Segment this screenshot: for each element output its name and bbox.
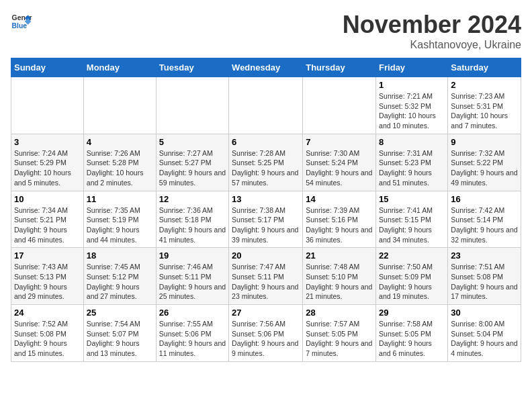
page-header: General Blue November 2024 Kashtanovoye,… <box>11 11 521 51</box>
location-subtitle: Kashtanovoye, Ukraine <box>343 39 521 51</box>
day-info: Sunrise: 7:30 AM Sunset: 5:24 PM Dayligh… <box>306 148 373 188</box>
weekday-header-tuesday: Tuesday <box>156 58 228 77</box>
day-info: Sunrise: 7:45 AM Sunset: 5:12 PM Dayligh… <box>87 262 153 302</box>
calendar-cell: 18Sunrise: 7:45 AM Sunset: 5:12 PM Dayli… <box>83 248 156 305</box>
day-number: 9 <box>451 137 518 147</box>
day-number: 7 <box>306 137 373 147</box>
calendar-cell: 19Sunrise: 7:46 AM Sunset: 5:11 PM Dayli… <box>156 248 228 305</box>
logo: General Blue <box>11 11 32 32</box>
calendar-week-4: 17Sunrise: 7:43 AM Sunset: 5:13 PM Dayli… <box>11 248 521 305</box>
title-block: November 2024 Kashtanovoye, Ukraine <box>343 11 521 51</box>
calendar-cell: 3Sunrise: 7:24 AM Sunset: 5:29 PM Daylig… <box>11 134 84 191</box>
day-number: 25 <box>87 308 153 318</box>
day-info: Sunrise: 7:31 AM Sunset: 5:23 PM Dayligh… <box>379 148 445 188</box>
day-number: 11 <box>87 194 153 204</box>
day-number: 17 <box>14 250 81 261</box>
day-number: 13 <box>232 194 300 204</box>
day-info: Sunrise: 7:55 AM Sunset: 5:06 PM Dayligh… <box>159 319 226 359</box>
calendar-cell: 13Sunrise: 7:38 AM Sunset: 5:17 PM Dayli… <box>229 191 303 248</box>
calendar-cell <box>83 77 156 134</box>
weekday-header-thursday: Thursday <box>303 58 376 77</box>
calendar-cell: 21Sunrise: 7:48 AM Sunset: 5:10 PM Dayli… <box>303 248 376 305</box>
calendar-cell: 15Sunrise: 7:41 AM Sunset: 5:15 PM Dayli… <box>376 191 448 248</box>
day-info: Sunrise: 7:35 AM Sunset: 5:19 PM Dayligh… <box>87 205 153 245</box>
day-info: Sunrise: 8:00 AM Sunset: 5:04 PM Dayligh… <box>451 319 518 359</box>
calendar-cell: 28Sunrise: 7:57 AM Sunset: 5:05 PM Dayli… <box>303 305 376 362</box>
day-info: Sunrise: 7:57 AM Sunset: 5:05 PM Dayligh… <box>306 319 373 359</box>
day-number: 1 <box>379 80 445 90</box>
day-number: 16 <box>451 194 518 204</box>
day-info: Sunrise: 7:42 AM Sunset: 5:14 PM Dayligh… <box>451 205 518 245</box>
day-info: Sunrise: 7:50 AM Sunset: 5:09 PM Dayligh… <box>379 262 445 302</box>
day-info: Sunrise: 7:47 AM Sunset: 5:11 PM Dayligh… <box>232 262 300 302</box>
calendar-cell: 23Sunrise: 7:51 AM Sunset: 5:08 PM Dayli… <box>448 248 521 305</box>
day-number: 6 <box>232 137 300 147</box>
day-info: Sunrise: 7:54 AM Sunset: 5:07 PM Dayligh… <box>87 319 153 359</box>
weekday-header-monday: Monday <box>83 58 156 77</box>
calendar-cell: 6Sunrise: 7:28 AM Sunset: 5:25 PM Daylig… <box>229 134 303 191</box>
day-info: Sunrise: 7:41 AM Sunset: 5:15 PM Dayligh… <box>379 205 445 245</box>
day-info: Sunrise: 7:56 AM Sunset: 5:06 PM Dayligh… <box>232 319 300 359</box>
day-info: Sunrise: 7:46 AM Sunset: 5:11 PM Dayligh… <box>159 262 226 302</box>
day-info: Sunrise: 7:38 AM Sunset: 5:17 PM Dayligh… <box>232 205 300 245</box>
calendar-cell: 22Sunrise: 7:50 AM Sunset: 5:09 PM Dayli… <box>376 248 448 305</box>
month-title: November 2024 <box>343 11 521 39</box>
weekday-header-wednesday: Wednesday <box>229 58 303 77</box>
day-info: Sunrise: 7:51 AM Sunset: 5:08 PM Dayligh… <box>451 262 518 302</box>
day-number: 3 <box>14 137 81 147</box>
calendar-cell: 17Sunrise: 7:43 AM Sunset: 5:13 PM Dayli… <box>11 248 84 305</box>
day-info: Sunrise: 7:24 AM Sunset: 5:29 PM Dayligh… <box>14 148 81 188</box>
day-info: Sunrise: 7:58 AM Sunset: 5:05 PM Dayligh… <box>379 319 445 359</box>
day-number: 8 <box>379 137 445 147</box>
day-info: Sunrise: 7:21 AM Sunset: 5:32 PM Dayligh… <box>379 91 445 131</box>
day-number: 21 <box>306 250 373 261</box>
day-number: 14 <box>306 194 373 204</box>
day-info: Sunrise: 7:32 AM Sunset: 5:22 PM Dayligh… <box>451 148 518 188</box>
calendar-cell: 5Sunrise: 7:27 AM Sunset: 5:27 PM Daylig… <box>156 134 228 191</box>
calendar-cell: 9Sunrise: 7:32 AM Sunset: 5:22 PM Daylig… <box>448 134 521 191</box>
calendar-table: SundayMondayTuesdayWednesdayThursdayFrid… <box>11 58 521 362</box>
day-number: 27 <box>232 308 300 318</box>
calendar-cell: 12Sunrise: 7:36 AM Sunset: 5:18 PM Dayli… <box>156 191 228 248</box>
calendar-cell: 8Sunrise: 7:31 AM Sunset: 5:23 PM Daylig… <box>376 134 448 191</box>
calendar-cell: 24Sunrise: 7:52 AM Sunset: 5:08 PM Dayli… <box>11 305 84 362</box>
day-info: Sunrise: 7:26 AM Sunset: 5:28 PM Dayligh… <box>87 148 153 188</box>
calendar-cell <box>303 77 376 134</box>
weekday-header-saturday: Saturday <box>448 58 521 77</box>
calendar-cell: 14Sunrise: 7:39 AM Sunset: 5:16 PM Dayli… <box>303 191 376 248</box>
calendar-cell: 11Sunrise: 7:35 AM Sunset: 5:19 PM Dayli… <box>83 191 156 248</box>
day-number: 22 <box>379 250 445 261</box>
calendar-week-2: 3Sunrise: 7:24 AM Sunset: 5:29 PM Daylig… <box>11 134 521 191</box>
day-info: Sunrise: 7:27 AM Sunset: 5:27 PM Dayligh… <box>159 148 226 188</box>
logo-icon: General Blue <box>11 11 32 32</box>
calendar-cell: 29Sunrise: 7:58 AM Sunset: 5:05 PM Dayli… <box>376 305 448 362</box>
weekday-header-sunday: Sunday <box>11 58 84 77</box>
calendar-cell <box>229 77 303 134</box>
day-info: Sunrise: 7:39 AM Sunset: 5:16 PM Dayligh… <box>306 205 373 245</box>
day-number: 2 <box>451 80 518 90</box>
calendar-week-5: 24Sunrise: 7:52 AM Sunset: 5:08 PM Dayli… <box>11 305 521 362</box>
day-number: 4 <box>87 137 153 147</box>
day-number: 23 <box>451 250 518 261</box>
calendar-cell: 2Sunrise: 7:23 AM Sunset: 5:31 PM Daylig… <box>448 77 521 134</box>
calendar-cell: 30Sunrise: 8:00 AM Sunset: 5:04 PM Dayli… <box>448 305 521 362</box>
day-info: Sunrise: 7:43 AM Sunset: 5:13 PM Dayligh… <box>14 262 81 302</box>
day-number: 20 <box>232 250 300 261</box>
day-number: 29 <box>379 308 445 318</box>
day-number: 18 <box>87 250 153 261</box>
calendar-cell <box>11 77 84 134</box>
calendar-cell: 25Sunrise: 7:54 AM Sunset: 5:07 PM Dayli… <box>83 305 156 362</box>
day-number: 15 <box>379 194 445 204</box>
day-number: 10 <box>14 194 81 204</box>
day-number: 5 <box>159 137 226 147</box>
day-info: Sunrise: 7:23 AM Sunset: 5:31 PM Dayligh… <box>451 91 518 131</box>
calendar-week-3: 10Sunrise: 7:34 AM Sunset: 5:21 PM Dayli… <box>11 191 521 248</box>
svg-text:Blue: Blue <box>12 22 28 30</box>
weekday-header-friday: Friday <box>376 58 448 77</box>
calendar-cell: 26Sunrise: 7:55 AM Sunset: 5:06 PM Dayli… <box>156 305 228 362</box>
day-info: Sunrise: 7:52 AM Sunset: 5:08 PM Dayligh… <box>14 319 81 359</box>
calendar-cell: 10Sunrise: 7:34 AM Sunset: 5:21 PM Dayli… <box>11 191 84 248</box>
calendar-cell: 1Sunrise: 7:21 AM Sunset: 5:32 PM Daylig… <box>376 77 448 134</box>
day-number: 28 <box>306 308 373 318</box>
calendar-cell: 7Sunrise: 7:30 AM Sunset: 5:24 PM Daylig… <box>303 134 376 191</box>
